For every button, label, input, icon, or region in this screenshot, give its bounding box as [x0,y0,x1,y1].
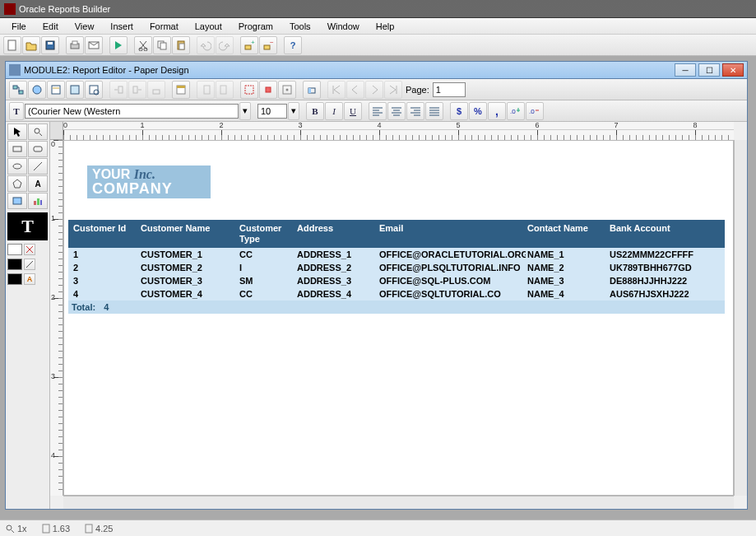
font-dialog-button[interactable]: T [9,102,24,120]
rounded-rect-tool[interactable] [28,141,48,157]
header-button[interactable] [172,81,190,99]
image-tool[interactable] [7,193,27,209]
align-justify-button[interactable] [425,102,443,120]
underline-button[interactable]: U [344,102,362,120]
close-button[interactable]: ✕ [722,63,744,77]
child-titlebar[interactable]: MODULE2: Report Editor - Paper Design ─ … [5,61,748,79]
table-row[interactable]: 2CUSTOMER_2IADDRESS_2OFFICE@PLSQLTUTORIA… [68,261,725,274]
undo-button[interactable] [197,36,215,54]
email-button[interactable] [85,36,103,54]
total-row[interactable]: Total: 4 [68,301,725,314]
col-bank[interactable]: Bank Account [608,223,698,245]
remove-decimal-button[interactable]: .0 [526,102,544,120]
line-prop-icon[interactable] [24,259,35,270]
line-swatch[interactable] [7,259,22,270]
table-row[interactable]: 1CUSTOMER_1CCADDRESS_1OFFICE@ORACLETUTOR… [68,248,725,261]
menu-window[interactable]: Window [319,20,368,33]
horizontal-scrollbar[interactable] [63,496,734,509]
cut-button[interactable] [134,36,152,54]
help-button[interactable]: ? [284,36,302,54]
menu-tools[interactable]: Tools [281,20,319,33]
paste-button[interactable] [172,36,190,54]
insert-left-button[interactable] [109,81,128,99]
size-select[interactable] [257,104,287,119]
thousands-button[interactable]: , [488,102,506,120]
flex-off-button[interactable] [278,81,296,99]
margin-right-button[interactable] [216,81,234,99]
add-decimal-button[interactable]: .0 [507,102,525,120]
menu-view[interactable]: View [67,20,103,33]
fill-swatch[interactable] [7,244,22,255]
italic-button[interactable]: I [325,102,343,120]
select-tool[interactable] [7,124,27,140]
table-header[interactable]: Customer Id Customer Name Customer Type … [68,220,725,248]
prev-page-button[interactable] [346,81,364,99]
anchor-button[interactable] [303,81,321,99]
horizontal-ruler[interactable]: 0 1 2 3 4 5 6 7 8 [63,122,734,140]
web-source-button[interactable] [28,81,46,99]
ellipse-tool[interactable] [7,158,27,175]
align-right-button[interactable] [406,102,424,120]
currency-button[interactable]: $ [450,102,468,120]
no-fill-icon[interactable] [24,244,35,255]
menu-help[interactable]: Help [368,20,403,33]
menu-program[interactable]: Program [230,20,281,33]
connect-add-button[interactable]: + [240,36,258,54]
report-table[interactable]: Customer Id Customer Name Customer Type … [68,220,725,314]
print-button[interactable] [66,36,84,54]
col-customer-name[interactable]: Customer Name [139,223,238,245]
maximize-button[interactable]: ☐ [698,63,720,77]
design-canvas[interactable]: YOUR Inc. COMPANY Customer Id Customer N… [63,140,734,496]
open-button[interactable] [22,36,40,54]
company-logo[interactable]: YOUR Inc. COMPANY [87,165,211,198]
large-text-tool[interactable]: T [7,212,48,240]
insert-above-button[interactable] [147,81,165,99]
col-customer-id[interactable]: Customer Id [72,223,139,245]
data-model-view-button[interactable] [9,81,27,99]
menu-format[interactable]: Format [141,20,187,33]
align-left-button[interactable] [369,102,387,120]
percent-button[interactable]: % [469,102,487,120]
zoom-status[interactable]: 1x [5,524,27,534]
margin-left-button[interactable] [197,81,215,99]
bold-button[interactable]: B [306,102,324,120]
vertical-scrollbar[interactable] [734,140,747,496]
table-row[interactable]: 3CUSTOMER_3SMADDRESS_3OFFICE@SQL-PLUS.CO… [68,274,725,287]
col-address[interactable]: Address [295,223,378,245]
vertical-ruler[interactable]: 0 1 2 3 4 [50,140,63,496]
page-input[interactable] [433,82,466,97]
copy-button[interactable] [153,36,171,54]
insert-right-button[interactable] [128,81,146,99]
new-button[interactable] [3,36,21,54]
text-tool[interactable]: A [28,175,48,192]
select-parent-button[interactable] [240,81,258,99]
next-page-button[interactable] [365,81,383,99]
paper-layout-button[interactable] [47,81,65,99]
menu-file[interactable]: File [3,20,35,33]
rect-tool[interactable] [7,141,27,157]
redo-button[interactable] [216,36,234,54]
first-page-button[interactable] [327,81,346,99]
dropdown-icon[interactable]: ▾ [239,102,251,120]
last-page-button[interactable] [384,81,402,99]
run-button[interactable] [109,36,128,54]
menu-edit[interactable]: Edit [35,20,67,33]
dropdown-icon[interactable]: ▾ [288,102,299,120]
paper-design-button[interactable] [66,81,84,99]
polygon-tool[interactable] [7,175,27,192]
text-color-icon[interactable]: A [24,273,35,285]
chart-tool[interactable] [28,193,48,209]
text-color-swatch[interactable] [7,273,22,285]
menu-layout[interactable]: Layout [187,20,230,33]
param-form-button[interactable] [85,81,103,99]
menu-insert[interactable]: Insert [102,20,141,33]
col-contact[interactable]: Contact Name [526,223,608,245]
minimize-button[interactable]: ─ [675,63,696,77]
col-customer-type[interactable]: Customer Type [238,223,295,245]
save-button[interactable] [41,36,59,54]
table-row[interactable]: 4CUSTOMER_4CCADDRESS_4OFFICE@SQLTUTORIAL… [68,287,725,301]
line-tool[interactable] [28,158,48,175]
magnify-tool[interactable] [28,124,48,140]
align-center-button[interactable] [387,102,406,120]
font-select[interactable] [25,104,239,119]
